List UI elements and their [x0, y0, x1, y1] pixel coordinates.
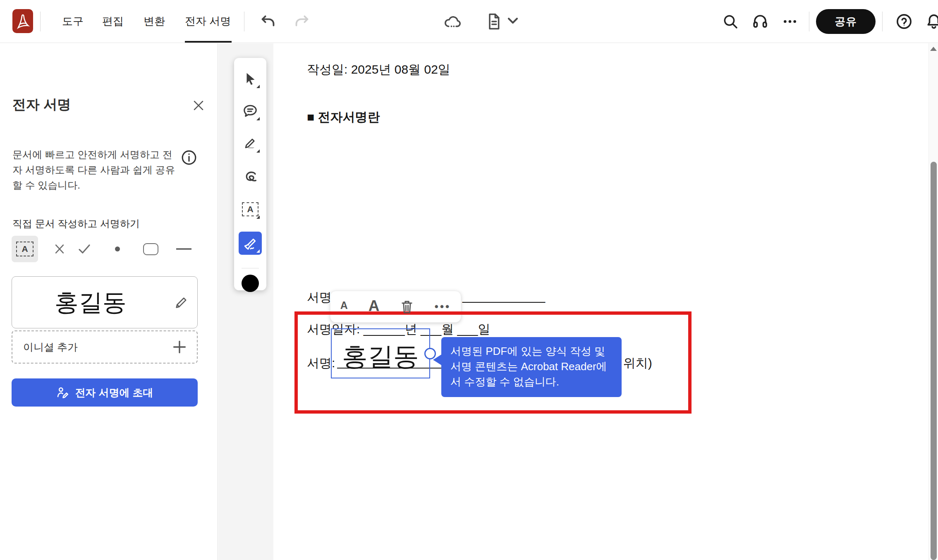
info-icon[interactable] [181, 149, 197, 166]
palette-divider [242, 268, 259, 268]
doc-signer-name-blank: ____________ [462, 289, 545, 303]
decrease-font-button[interactable]: A [340, 300, 348, 313]
sign-tool-active[interactable] [239, 232, 262, 255]
doc-date-line: 작성일: 2025년 08월 02일 [307, 61, 450, 78]
toolbar-divider [882, 12, 883, 31]
highlight-tool[interactable] [239, 132, 262, 155]
text-field-tool[interactable]: A [239, 198, 262, 221]
invite-to-esign-button[interactable]: 전자 서명에 초대 [12, 378, 198, 407]
fill-sign-section-label: 직접 문서 작성하고 서명하기 [12, 217, 140, 230]
check-mark-tool-icon[interactable] [75, 236, 93, 262]
chevron-down-icon[interactable] [507, 17, 519, 25]
toolbar-divider [809, 12, 809, 31]
active-tab-underline [185, 41, 232, 43]
text-field-tool-selected[interactable]: A [12, 236, 38, 262]
notifications-bell-icon[interactable] [922, 10, 938, 33]
document-menu-icon[interactable] [482, 10, 505, 33]
comment-tool[interactable] [239, 99, 262, 122]
add-initials-label: 이니셜 추가 [23, 331, 78, 363]
cloud-sync-icon[interactable] [441, 10, 464, 33]
share-button[interactable]: 공유 [816, 9, 876, 34]
more-options-icon[interactable] [778, 10, 802, 33]
panel-description: 문서에 빠르고 안전하게 서명하고 전자 서명하도록 다른 사람과 쉽게 공유할… [12, 147, 178, 193]
scroll-up-arrow[interactable] [930, 47, 937, 51]
text-tool-icon: A [242, 202, 258, 216]
plus-icon [172, 340, 187, 354]
signature-mini-toolbar: A A ••• [330, 291, 461, 323]
esign-panel: 전자 서명 문서에 빠르고 안전하게 서명하고 전자 서명하도록 다른 사람과 … [0, 43, 218, 560]
rounded-rect-tool-icon[interactable] [141, 236, 160, 262]
tab-edit[interactable]: 편집 [102, 0, 124, 43]
help-icon[interactable] [893, 10, 916, 33]
edit-signature-pencil-icon[interactable] [174, 296, 188, 310]
submenu-indicator [256, 215, 260, 219]
delete-trash-icon[interactable] [400, 299, 414, 315]
draw-tool[interactable] [239, 165, 262, 188]
line-tool-icon[interactable] [174, 236, 194, 262]
dot-tool-icon[interactable] [109, 236, 126, 262]
submenu-indicator [256, 85, 260, 88]
doc-section-heading: ■ 전자서명란 [307, 109, 380, 126]
search-icon[interactable] [719, 10, 742, 33]
increase-font-button[interactable]: A [368, 298, 380, 315]
submenu-indicator [256, 249, 260, 253]
tab-esign[interactable]: 전자 서명 [185, 0, 231, 43]
submenu-indicator [256, 117, 260, 120]
acrobat-web-app: 도구 편집 변환 전자 서명 [0, 0, 938, 560]
tooltip-arrow [433, 354, 442, 366]
color-swatch-black[interactable] [242, 275, 259, 292]
top-toolbar: 도구 편집 변환 전자 서명 [0, 0, 938, 43]
scrollbar-thumb[interactable] [931, 162, 937, 560]
redo-icon[interactable] [290, 10, 313, 33]
select-tool[interactable] [239, 67, 262, 90]
x-mark-tool-icon[interactable] [50, 236, 69, 262]
text-tool-icon: A [16, 242, 34, 256]
invite-person-pen-icon [56, 386, 69, 399]
add-initials-button[interactable]: 이니셜 추가 [12, 330, 198, 364]
panel-title: 전자 서명 [12, 96, 71, 114]
vertical-scrollbar[interactable] [928, 43, 938, 560]
undo-icon[interactable] [256, 10, 280, 33]
more-options-icon[interactable]: ••• [435, 300, 451, 313]
close-panel-icon[interactable] [189, 96, 208, 115]
toolbar-divider [244, 12, 244, 31]
quick-tools-palette: A [234, 58, 266, 290]
signature-selection-box[interactable] [331, 328, 430, 378]
tab-convert[interactable]: 변환 [144, 0, 165, 43]
support-headset-icon[interactable] [749, 10, 772, 33]
invite-button-label: 전자 서명에 초대 [75, 386, 153, 400]
acrobat-logo-icon[interactable] [12, 9, 33, 33]
toolbar-divider [40, 12, 41, 31]
saved-signature-name: 홍길동 [12, 277, 169, 329]
reader-warning-tooltip: 서명된 PDF에 있는 양식 작성 및 서명 콘텐츠는 Acrobat Read… [441, 337, 622, 397]
tab-tools[interactable]: 도구 [62, 0, 84, 43]
saved-signature[interactable]: 홍길동 [12, 276, 198, 328]
submenu-indicator [256, 149, 260, 153]
